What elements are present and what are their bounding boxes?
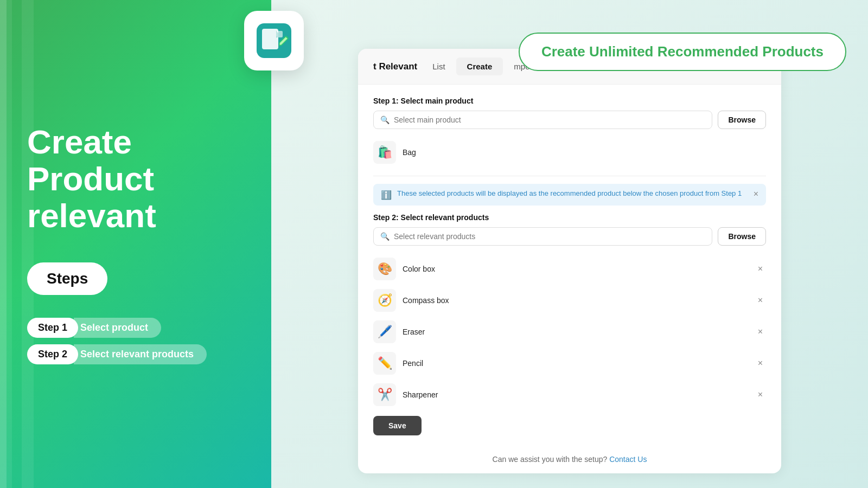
remove-sharpener-button[interactable]: × [755,389,766,401]
product-img-eraser: 🖊️ [373,320,396,343]
svg-rect-1 [262,29,278,49]
step1-search-input[interactable] [394,115,705,124]
steps-badge-text: Steps [47,270,88,287]
step2-search-row: 🔍 Browse [373,227,766,246]
search-icon-2: 🔍 [380,232,390,241]
left-panel: Create Product relevant Steps Step 1 Sel… [0,0,271,488]
step1-desc: Select product [74,318,161,338]
step2-section-label: Step 2: Select relevant products [373,213,766,222]
step-items: Step 1 Select product Step 2 Select rele… [27,318,244,364]
step1-search-wrap[interactable]: 🔍 [373,111,712,129]
step1-browse-button[interactable]: Browse [718,111,766,129]
list-item: 🎨 Color box × [373,253,766,285]
search-icon: 🔍 [380,115,390,124]
remove-colorbox-button[interactable]: × [755,263,766,275]
product-name-colorbox: Color box [403,265,748,273]
right-panel: Create Unlimited Recommended Products t … [271,0,868,488]
main-card: t Relevant List Create mport Step 1: Sel… [358,49,781,473]
step2-browse-button[interactable]: Browse [718,227,766,246]
main-product-name: Bag [403,148,766,157]
remove-compassbox-button[interactable]: × [755,294,766,306]
step1-section-label: Step 1: Select main product [373,97,766,105]
step2-search-wrap[interactable]: 🔍 [373,227,712,246]
product-img-sharpener: ✂️ [373,383,396,406]
step1-item: Step 1 Select product [27,318,244,338]
relevant-products-list: 🎨 Color box × 🧭 Compass box × 🖊️ Eraser … [373,253,766,410]
product-name-sharpener: Sharpener [403,390,748,399]
footer-text: Can we assist you with the setup? [493,455,608,464]
remove-eraser-button[interactable]: × [755,326,766,338]
divider-1 [373,176,766,176]
callout-highlight: Recommended Products [658,43,824,60]
card-title: t Relevant [373,61,417,72]
callout-prefix: Create Unlimited [541,43,658,60]
step2-item: Step 2 Select relevant products [27,344,244,364]
card-body: Step 1: Select main product 🔍 Browse 🛍️ … [358,85,781,447]
floating-app-icon [244,11,304,70]
info-banner-text: These selected products will be displaye… [397,189,748,197]
info-banner: ℹ️ These selected products will be displ… [373,184,766,206]
step2-label: Step 2 [27,344,78,364]
product-name-eraser: Eraser [403,328,748,336]
product-img-colorbox: 🎨 [373,258,396,280]
svg-rect-2 [276,31,283,37]
product-name-pencil: Pencil [403,359,748,368]
close-info-button[interactable]: × [754,189,758,199]
main-product-row: 🛍️ Bag [373,137,766,168]
product-img-compassbox: 🧭 [373,289,396,312]
tab-create[interactable]: Create [456,57,503,75]
info-icon: ℹ️ [381,190,392,200]
footer: Can we assist you with the setup? Contac… [358,455,781,473]
step2-desc: Select relevant products [74,344,207,364]
step2-search-input[interactable] [394,232,705,241]
list-item: ✏️ Pencil × [373,348,766,379]
remove-pencil-button[interactable]: × [755,357,766,369]
main-product-img: 🛍️ [373,141,396,164]
callout-text: Create Unlimited Recommended Products [541,43,824,60]
callout-box: Create Unlimited Recommended Products [519,33,846,71]
list-item: 🧭 Compass box × [373,285,766,316]
product-name-compassbox: Compass box [403,296,748,305]
product-img-pencil: ✏️ [373,352,396,375]
step1-search-row: 🔍 Browse [373,111,766,129]
list-item: ✂️ Sharpener × [373,379,766,410]
hero-title: Create Product relevant [27,124,244,235]
contact-us-link[interactable]: Contact Us [609,455,647,464]
step1-label: Step 1 [27,318,78,338]
list-item: 🖊️ Eraser × [373,316,766,348]
save-button[interactable]: Save [373,416,422,435]
tab-list[interactable]: List [422,57,456,75]
steps-badge: Steps [27,262,107,295]
